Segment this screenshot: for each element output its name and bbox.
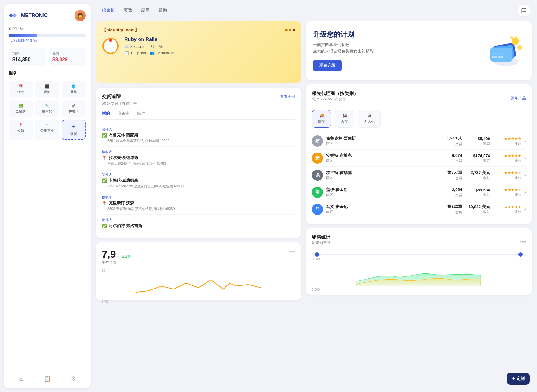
dealer-name-0: 布鲁克林·西蒙斯: [326, 136, 440, 141]
content-area: 【biqubiqu.com】 Ruby: [94, 21, 537, 392]
dealer-arrow-1[interactable]: ›: [524, 155, 526, 161]
nav-item-pages[interactable]: 页数: [124, 8, 132, 13]
course-meta2: 📋 1 agenda 👥 72 students: [124, 51, 175, 55]
svg-point-7: [517, 45, 522, 50]
dealer-tab-drone[interactable]: 🏛 无人机: [358, 110, 381, 128]
upgrade-illustration: ════════ ████ ████: [475, 32, 525, 69]
dealer-count-4: 第822章: [447, 204, 462, 209]
dealer-rev-val-0: $5,400: [478, 136, 490, 141]
duration-icon: ⏱: [148, 44, 152, 49]
service-item-public[interactable]: ♾ 公用事业: [35, 120, 59, 140]
area-chart: 3,000: [312, 258, 526, 289]
nav-item-dashboard[interactable]: 仪表板: [102, 8, 115, 13]
service-item-add[interactable]: + 添新: [62, 120, 86, 140]
user-avatar[interactable]: 👩: [75, 10, 86, 21]
sales-card: 销售统计 最畅销产品 ••• 3,000: [306, 228, 532, 295]
course-logo-wrapper: [102, 37, 119, 55]
service-item-wait[interactable]: 📍 候待: [9, 120, 33, 140]
budget-card: 预算 $14,350: [9, 48, 46, 66]
dealer-region-1: 南区: [326, 158, 440, 163]
customize-button[interactable]: ✦ 定制: [507, 373, 530, 385]
service-item-insurance[interactable]: ⬛ 保险: [35, 81, 59, 98]
dealer-avatar-1: 安: [312, 153, 323, 164]
dealer-stars-1: ★★★★★: [504, 153, 521, 158]
spend-card: 花费 $8,029: [49, 48, 86, 66]
dealer-revenue-3: $59,634 收益: [465, 188, 490, 197]
tracking-name-0: ✅ 布鲁克林·西蒙斯: [102, 132, 295, 138]
dealer-count-0: 1,240 人: [447, 135, 462, 141]
dealer-arrow-2[interactable]: ›: [524, 172, 526, 178]
tracking-view-all[interactable]: 查看全部: [280, 94, 295, 99]
lessons-icon: 📖: [124, 44, 129, 49]
chart-label-2500: 2,500: [312, 288, 320, 291]
svg-text:════════: ════════: [492, 52, 506, 55]
sidebar-footer: ⊞ 📋 ⚙: [9, 371, 86, 382]
dot1: [285, 29, 288, 31]
dealer-rev-val-4: 19,842 美元: [468, 204, 490, 210]
tech-icon: 🔧: [45, 104, 49, 108]
stats-more-icon[interactable]: •••: [289, 248, 295, 255]
tracking-item-3: 接收者 📍 克里斯汀·沃森 8502 普雷斯顿路, 英格尔伍德, 缅因州 983…: [102, 192, 295, 215]
settings-icon[interactable]: ⚙: [71, 375, 76, 382]
course-title: Ruby on Rails: [124, 37, 175, 42]
tracking-label-0: 发件人: [102, 127, 295, 132]
tab-new[interactable]: 新的: [102, 111, 110, 119]
upgrade-button[interactable]: 现在升级: [313, 60, 342, 71]
dealer-count-label-0: 交货: [455, 142, 462, 146]
tracking-label-1: 接收者: [102, 150, 295, 154]
service-label-network: 网络: [70, 90, 77, 94]
layers-icon[interactable]: ⊞: [19, 375, 24, 382]
tab-shipping[interactable]: 船运: [137, 111, 145, 119]
dealer-tab-truck[interactable]: 🚚 货车: [312, 110, 331, 128]
dealer-arrow-3[interactable]: ›: [524, 189, 526, 195]
service-item-finance[interactable]: 💹 金融的: [9, 100, 33, 117]
nav-item-apps[interactable]: 应用: [141, 8, 150, 13]
dealer-name-2: 埃丝特·霍华德: [326, 170, 440, 175]
upgrade-card: 升级您的计划 平面插图和我们多色 生动的未混合紫色头发女士的精彩 现在升级: [306, 21, 532, 80]
dot2: [289, 29, 291, 31]
service-label-finance: 金融的: [16, 109, 26, 114]
tracking-card: 交货追踪 查看全部 56 次交付正在进行中 新的 准备中 船运 发件人 ✅ 布鲁…: [96, 88, 301, 238]
dealer-stars-0: ★★★★★: [504, 136, 521, 141]
notification-icon[interactable]: [518, 5, 530, 16]
dealer-arrow-4[interactable]: ›: [524, 207, 526, 212]
add-product-button[interactable]: 添加产品: [511, 96, 526, 101]
dealer-rev-val-1: $174,074: [473, 153, 490, 158]
service-item-activity[interactable]: 📅 活动: [9, 81, 33, 98]
range-slider[interactable]: [312, 254, 526, 255]
tracking-title: 交货追踪: [102, 94, 121, 100]
mini-chart-svg: [102, 274, 295, 299]
dealers-title-block: 领先代理商（按类别） 总计 424,567 次交付: [312, 91, 358, 106]
service-label-add: 添新: [70, 132, 77, 136]
service-item-tech[interactable]: 🔧 技术的: [35, 100, 59, 117]
range-handle-right[interactable]: [518, 252, 523, 257]
dealer-stats-2: 第357章 交货: [444, 170, 462, 180]
range-handle-left[interactable]: [315, 252, 319, 257]
course-card-header: 【biqubiqu.com】: [102, 27, 295, 33]
dealer-stars-2: ★★★★★: [504, 171, 521, 175]
tracking-icon-3: 📍: [102, 201, 107, 206]
dealer-rev-label-1: 收益: [483, 158, 490, 163]
top-nav: 仪表板 页数 应用 帮助: [94, 0, 537, 21]
add-icon: +: [72, 123, 75, 130]
nav-item-help[interactable]: 帮助: [158, 8, 167, 13]
dealer-name-3: 盖伊·霍金斯: [326, 187, 440, 193]
dealer-count-label-4: 交货: [455, 210, 462, 215]
truck-icon: 🚚: [319, 113, 324, 118]
service-item-care[interactable]: 🚀 护理卡: [62, 100, 86, 117]
sales-more-icon[interactable]: •••: [520, 239, 526, 245]
chart-y-label-10: 10: [102, 269, 105, 272]
dealer-row-0: 布 布鲁克林·西蒙斯 南区 1,240 人 交货 $5,400 收益 ★★★★: [312, 133, 526, 150]
dealer-info-2: 埃丝特·霍华德 南区: [326, 170, 440, 180]
logo-icon: [9, 12, 19, 19]
dealer-rating-label-0: 评分: [514, 141, 521, 146]
dealer-count-label-1: 交货: [455, 158, 462, 163]
tab-preparing[interactable]: 准备中: [117, 111, 130, 119]
dealer-tab-train[interactable]: 🚂 火车: [335, 110, 354, 128]
mini-chart: 10 7.75: [102, 269, 295, 294]
dealer-arrow-0[interactable]: ›: [524, 138, 526, 144]
service-item-network[interactable]: 🌐 网络: [62, 81, 86, 98]
dealer-tab-label-2: 无人机: [364, 119, 375, 124]
document-icon[interactable]: 📋: [44, 375, 51, 382]
agenda-icon: 📋: [124, 51, 129, 55]
